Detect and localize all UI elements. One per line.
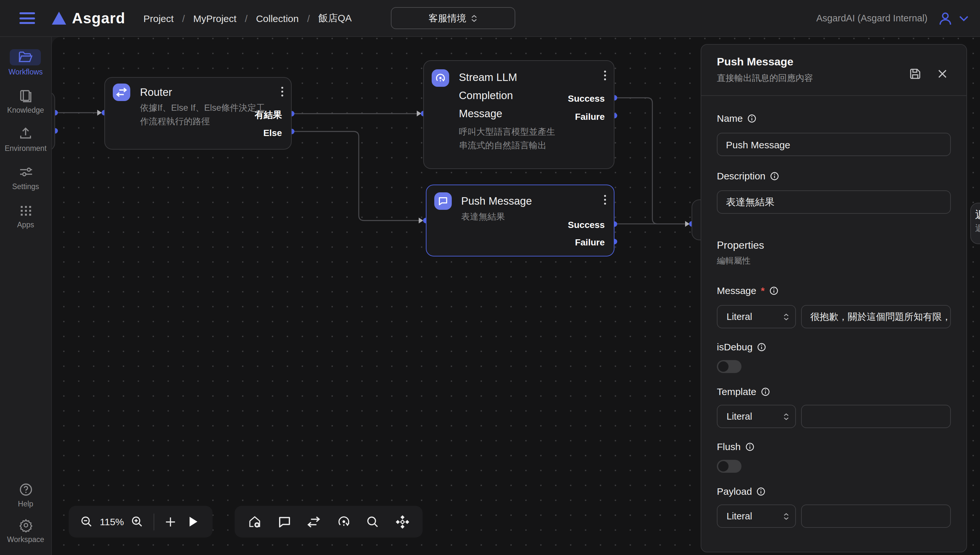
info-icon (769, 286, 778, 295)
sidebar-item-workflows[interactable]: Workflows (8, 49, 43, 76)
menu-icon[interactable] (19, 12, 35, 24)
info-icon (757, 342, 766, 351)
info-icon (747, 114, 756, 123)
sidebar-item-help[interactable]: Help (10, 481, 41, 508)
help-icon (10, 481, 41, 497)
stream-output-label: Success (568, 92, 605, 104)
zoom-in-icon[interactable] (131, 515, 143, 528)
node-title: Push Message (461, 191, 532, 210)
selector-updown-icon (784, 413, 789, 420)
payload-type-select[interactable]: Literal (717, 504, 796, 528)
name-label: Name (717, 113, 951, 124)
account-chevron-down-icon[interactable] (959, 15, 968, 21)
node-stream-llm[interactable]: Stream LLM Completion Message 呼叫大型語言模型並產… (423, 60, 615, 169)
sidebar-item-label: Workflows (8, 68, 43, 76)
run-workflow-icon[interactable] (189, 516, 199, 527)
node-push-message[interactable]: Push Message 表達無結果 Success Failure (425, 184, 615, 256)
top-bar: Asgard Project / MyProject / Collection … (0, 0, 980, 37)
stream-llm-node-icon (432, 69, 449, 87)
router-output-label: 有結果 (255, 109, 282, 120)
isdebug-label: isDebug (717, 341, 951, 352)
zoom-out-icon[interactable] (80, 515, 93, 528)
book-icon (10, 87, 41, 104)
properties-subtitle: 編輯屬性 (717, 255, 951, 267)
push-output-label: Failure (575, 236, 605, 248)
stream-output-label: Failure (575, 111, 605, 122)
home-add-icon[interactable] (248, 515, 262, 529)
node-description: 呼叫大型語言模型並產生串流式的自然語言輸出 (459, 125, 560, 152)
flush-toggle[interactable] (717, 460, 742, 473)
sidebar-item-apps[interactable]: Apps (10, 202, 41, 229)
info-icon (770, 171, 779, 180)
sidebar: Workflows Knowledge Environment (0, 37, 52, 555)
move-tool-icon[interactable] (395, 515, 410, 529)
save-icon[interactable] (909, 68, 921, 80)
breadcrumb: Project / MyProject / Collection / 飯店QA (143, 12, 352, 24)
template-value-input[interactable] (801, 405, 951, 428)
node-title: 返 (975, 208, 980, 222)
sidebar-item-settings[interactable]: Settings (10, 164, 41, 190)
app-window: Asgard Project / MyProject / Collection … (0, 0, 980, 555)
properties-title: Properties (717, 240, 951, 251)
node-properties-panel: Push Message 直接輸出訊息的回應內容 Name Pu (701, 44, 967, 552)
router-node-icon (113, 83, 130, 101)
router-output-label: Else (263, 127, 282, 138)
description-input[interactable]: 表達無結果 (717, 190, 951, 214)
add-node-icon[interactable] (165, 516, 177, 528)
required-asterisk: * (761, 285, 765, 296)
selector-updown-icon (471, 14, 477, 22)
template-label: Template (717, 386, 951, 397)
upload-icon (10, 126, 41, 142)
node-menu-icon[interactable] (603, 193, 607, 206)
sliders-icon (10, 164, 41, 180)
account-name: AsgardAI (Asgard Internal) (816, 13, 927, 23)
node-description: 依據If、Else If、Else條件決定工作流程執行的路徑 (140, 101, 267, 128)
stream-llm-tool-icon[interactable] (337, 515, 351, 528)
close-icon[interactable] (938, 69, 947, 79)
isdebug-toggle[interactable] (717, 360, 742, 373)
payload-value-input[interactable] (801, 504, 951, 528)
push-message-tool-icon[interactable] (278, 515, 291, 528)
zoom-level: 115% (100, 516, 124, 527)
environment-selector[interactable]: 客服情境 (391, 7, 515, 29)
node-title: Stream LLM Completion Message (459, 68, 543, 122)
zoom-toolbar: 115% (69, 506, 212, 537)
info-icon (745, 442, 754, 451)
node-partial-left[interactable] (52, 91, 55, 151)
node-title: Router (140, 83, 172, 101)
breadcrumb-collection[interactable]: Collection (256, 13, 299, 24)
router-tool-icon[interactable] (307, 516, 321, 528)
gear-icon (10, 517, 41, 533)
push-output-label: Success (568, 218, 605, 230)
panel-title: Push Message (717, 56, 952, 69)
info-icon (756, 487, 766, 496)
node-menu-icon[interactable] (280, 85, 285, 98)
apps-grid-icon (10, 202, 41, 218)
message-value-input[interactable]: 很抱歉，關於這個問題所知有限，暫 (801, 305, 951, 328)
name-input[interactable]: Push Message (717, 133, 951, 156)
sidebar-item-environment[interactable]: Environment (5, 126, 46, 152)
user-icon[interactable] (938, 11, 953, 26)
brand-name: Asgard (72, 10, 126, 27)
node-partial-right[interactable]: 返 返 (970, 202, 980, 244)
breadcrumb-myproject[interactable]: MyProject (193, 13, 236, 24)
node-menu-icon[interactable] (603, 69, 607, 82)
payload-label: Payload (717, 486, 951, 497)
sidebar-item-knowledge[interactable]: Knowledge (7, 87, 44, 114)
message-label: Message* (717, 285, 951, 296)
selector-updown-icon (784, 513, 789, 520)
sidebar-item-workspace[interactable]: Workspace (7, 517, 44, 543)
message-type-select[interactable]: Literal (717, 305, 796, 328)
breadcrumb-current[interactable]: 飯店QA (318, 12, 352, 24)
info-icon (761, 387, 770, 396)
description-label: Description (717, 170, 951, 181)
selector-updown-icon (784, 313, 789, 320)
node-router[interactable]: Router 依據If、Else If、Else條件決定工作流程執行的路徑 有結… (105, 77, 292, 149)
node-description: 返 (975, 222, 980, 235)
template-type-select[interactable]: Literal (717, 405, 796, 428)
brand-logo: Asgard (52, 10, 126, 27)
search-icon[interactable] (367, 515, 380, 528)
breadcrumb-project[interactable]: Project (143, 13, 174, 24)
push-message-node-icon (434, 192, 451, 210)
flush-label: Flush (717, 441, 951, 452)
